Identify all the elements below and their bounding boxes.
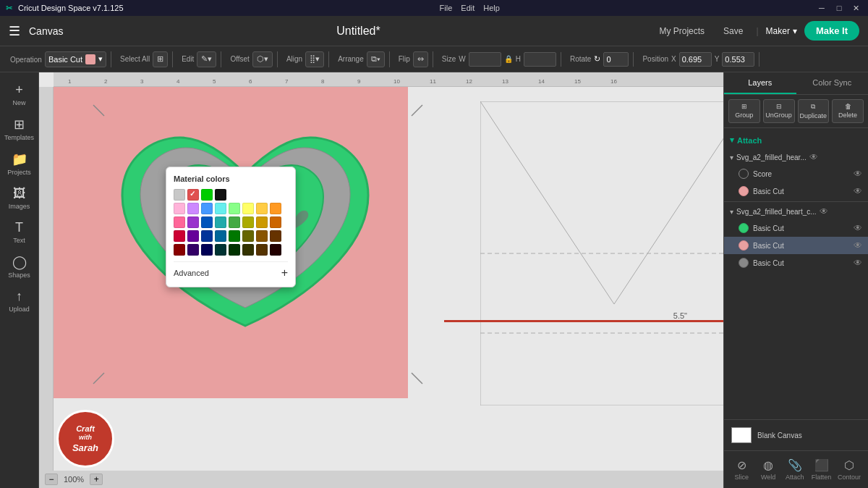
- sidebar-item-shapes[interactable]: ◯ Shapes: [2, 250, 37, 283]
- color-swatch[interactable]: [270, 203, 281, 214]
- advanced-row[interactable]: Advanced +: [174, 261, 288, 279]
- color-swatch[interactable]: [174, 230, 185, 242]
- flip-button[interactable]: ⇔: [413, 51, 428, 67]
- group-button[interactable]: ⊞ Group: [728, 99, 760, 123]
- sidebar-item-upload[interactable]: ↑ Upload: [2, 285, 37, 317]
- color-swatch[interactable]: [242, 230, 254, 242]
- select-all-group: Select All ⊞: [116, 51, 173, 67]
- color-swatch[interactable]: [256, 244, 268, 256]
- ruler-top: 1 2 3 4 5 6 7 8 9 10 11 12 13 14 15 16: [54, 72, 723, 87]
- color-swatch[interactable]: [270, 216, 281, 228]
- canvas-content[interactable]: 5.5" Material colors: [54, 87, 723, 471]
- color-swatch-gray[interactable]: [174, 189, 185, 201]
- color-swatch[interactable]: [229, 244, 240, 256]
- group-2-visibility-icon[interactable]: 👁: [820, 206, 828, 216]
- flatten-tool[interactable]: ⬛ Flatten: [808, 455, 835, 484]
- duplicate-icon: ⧉: [811, 103, 815, 111]
- layer-basic-cut-green[interactable]: Basic Cut 👁: [724, 219, 868, 237]
- align-button[interactable]: ⣿▾: [305, 51, 324, 67]
- tab-layers[interactable]: Layers: [724, 72, 796, 94]
- color-swatch[interactable]: [174, 216, 185, 228]
- menu-file[interactable]: File: [440, 4, 453, 12]
- layer-basic-cut-gray[interactable]: Basic Cut 👁: [724, 254, 868, 272]
- attach-header: ▾ Attach: [724, 131, 868, 149]
- color-swatch[interactable]: [229, 216, 240, 228]
- slice-tool[interactable]: ⊘ Slice: [728, 455, 755, 484]
- weld-tool[interactable]: ◍ Weld: [755, 455, 782, 484]
- maximize-button[interactable]: □: [833, 2, 845, 14]
- menu-edit[interactable]: Edit: [461, 4, 475, 12]
- attach-tool[interactable]: 📎 Attach: [782, 455, 809, 484]
- color-swatch[interactable]: [270, 230, 281, 242]
- arrange-button[interactable]: ⧉▾: [367, 51, 385, 67]
- hamburger-menu-button[interactable]: ☰: [9, 23, 20, 39]
- my-projects-button[interactable]: My Projects: [653, 23, 710, 39]
- color-swatch[interactable]: [201, 203, 213, 214]
- color-swatch[interactable]: [242, 244, 254, 256]
- color-swatch[interactable]: [242, 203, 254, 214]
- layer-score[interactable]: Score 👁: [724, 165, 868, 182]
- color-swatch[interactable]: [201, 216, 213, 228]
- zoom-in-button[interactable]: +: [90, 474, 103, 485]
- color-swatch-red-selected[interactable]: [187, 189, 199, 201]
- make-it-button[interactable]: Make It: [804, 21, 859, 41]
- sidebar-item-new[interactable]: + New: [2, 78, 37, 111]
- sidebar-item-templates[interactable]: ⊞ Templates: [2, 112, 37, 146]
- position-y-input[interactable]: [722, 52, 754, 67]
- operation-dropdown[interactable]: Basic Cut ▾: [45, 51, 106, 67]
- layer-basic-cut-pink-selected[interactable]: Basic Cut 👁: [724, 237, 868, 254]
- canvas-area[interactable]: 1 2 3 4 5 6 7 8 9 10 11 12 13 14 15 16: [39, 72, 723, 488]
- color-swatch[interactable]: [229, 230, 240, 242]
- maker-dropdown-button[interactable]: Maker ▾: [766, 26, 797, 36]
- color-swatch[interactable]: [187, 230, 199, 242]
- color-swatch[interactable]: [256, 216, 268, 228]
- color-swatch[interactable]: [256, 203, 268, 214]
- group-1-header[interactable]: ▾ Svg_a2_frilled_hear... 👁: [724, 149, 868, 165]
- color-swatch[interactable]: [215, 216, 226, 228]
- color-swatch[interactable]: [174, 244, 185, 256]
- tab-color-sync[interactable]: Color Sync: [796, 72, 869, 94]
- sidebar-item-projects[interactable]: 📁 Projects: [2, 147, 37, 180]
- ungroup-button[interactable]: ⊟ UnGroup: [763, 99, 795, 123]
- size-width-input[interactable]: [469, 52, 501, 67]
- minimize-button[interactable]: ─: [816, 2, 827, 14]
- color-swatch[interactable]: [215, 203, 226, 214]
- color-swatch[interactable]: [215, 230, 226, 242]
- offset-button[interactable]: ⬡▾: [252, 51, 273, 67]
- color-swatch[interactable]: [201, 244, 213, 256]
- color-swatch[interactable]: [187, 203, 199, 214]
- layer-basic-cut-1[interactable]: Basic Cut 👁: [724, 182, 868, 200]
- color-swatch-green[interactable]: [201, 189, 213, 201]
- color-swatch[interactable]: [256, 230, 268, 242]
- select-all-button[interactable]: ⊞: [153, 51, 168, 67]
- group-2-header[interactable]: ▾ Svg_a2_frilled_heart_c... 👁: [724, 203, 868, 219]
- rotate-input[interactable]: [603, 52, 629, 67]
- close-button[interactable]: ✕: [851, 2, 862, 14]
- group-1-visibility-icon[interactable]: 👁: [809, 152, 818, 162]
- menu-help[interactable]: Help: [483, 4, 500, 12]
- color-swatch-black[interactable]: [215, 189, 226, 201]
- save-button[interactable]: Save: [718, 23, 749, 39]
- color-swatch[interactable]: [242, 216, 254, 228]
- sidebar-item-images[interactable]: 🖼 Images: [2, 182, 37, 214]
- color-swatch[interactable]: [187, 216, 199, 228]
- basic-cut-green-visibility-icon[interactable]: 👁: [854, 223, 862, 233]
- color-swatch[interactable]: [201, 230, 213, 242]
- basic-cut-1-visibility-icon[interactable]: 👁: [854, 186, 862, 196]
- color-swatch[interactable]: [215, 244, 226, 256]
- color-swatch[interactable]: [229, 203, 240, 214]
- color-swatch[interactable]: [187, 244, 199, 256]
- color-swatch[interactable]: [174, 203, 185, 214]
- color-swatch[interactable]: [270, 244, 281, 256]
- size-height-input[interactable]: [524, 52, 556, 67]
- sidebar-item-text[interactable]: T Text: [2, 216, 37, 248]
- basic-cut-pink-selected-visibility-icon[interactable]: 👁: [854, 240, 862, 251]
- basic-cut-gray-visibility-icon[interactable]: 👁: [854, 258, 862, 268]
- zoom-out-button[interactable]: −: [45, 474, 58, 485]
- score-visibility-icon[interactable]: 👁: [854, 169, 862, 179]
- edit-button[interactable]: ✎▾: [197, 51, 216, 67]
- position-x-input[interactable]: [679, 52, 712, 67]
- delete-button[interactable]: 🗑 Delete: [832, 99, 864, 123]
- contour-tool[interactable]: ⬡ Contour: [835, 455, 864, 484]
- duplicate-button[interactable]: ⧉ Duplicate: [798, 99, 830, 123]
